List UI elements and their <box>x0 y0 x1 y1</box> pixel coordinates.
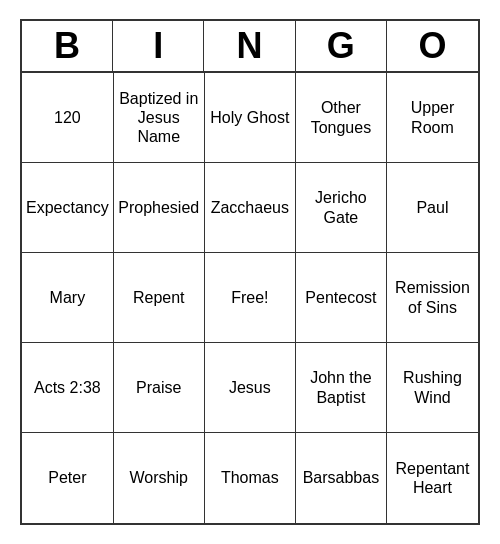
cell-text-12: Free! <box>231 288 268 307</box>
header-letter-b: B <box>22 21 113 71</box>
bingo-header: BINGO <box>22 21 478 73</box>
cell-text-10: Mary <box>50 288 86 307</box>
bingo-cell-11: Repent <box>114 253 205 343</box>
cell-text-3: Other Tongues <box>300 98 382 136</box>
bingo-cell-7: Zacchaeus <box>205 163 296 253</box>
bingo-cell-15: Acts 2:38 <box>22 343 114 433</box>
cell-text-21: Worship <box>130 468 188 487</box>
cell-text-15: Acts 2:38 <box>34 378 101 397</box>
bingo-cell-21: Worship <box>114 433 205 523</box>
header-letter-o: O <box>387 21 478 71</box>
cell-text-13: Pentecost <box>305 288 376 307</box>
bingo-cell-13: Pentecost <box>296 253 387 343</box>
cell-text-18: John the Baptist <box>300 368 382 406</box>
bingo-cell-10: Mary <box>22 253 114 343</box>
cell-text-1: Baptized in Jesus Name <box>118 89 200 147</box>
cell-text-17: Jesus <box>229 378 271 397</box>
bingo-cell-17: Jesus <box>205 343 296 433</box>
bingo-cell-20: Peter <box>22 433 114 523</box>
bingo-cell-22: Thomas <box>205 433 296 523</box>
bingo-cell-8: Jericho Gate <box>296 163 387 253</box>
bingo-cell-1: Baptized in Jesus Name <box>114 73 205 163</box>
cell-text-2: Holy Ghost <box>210 108 289 127</box>
bingo-cell-23: Barsabbas <box>296 433 387 523</box>
bingo-cell-12: Free! <box>205 253 296 343</box>
cell-text-4: Upper Room <box>391 98 474 136</box>
cell-text-24: Repentant Heart <box>391 459 474 497</box>
cell-text-23: Barsabbas <box>303 468 380 487</box>
bingo-cell-0: 120 <box>22 73 114 163</box>
header-letter-n: N <box>204 21 295 71</box>
bingo-cell-24: Repentant Heart <box>387 433 478 523</box>
cell-text-0: 120 <box>54 108 81 127</box>
bingo-cell-19: Rushing Wind <box>387 343 478 433</box>
bingo-cell-4: Upper Room <box>387 73 478 163</box>
bingo-card: BINGO 120Baptized in Jesus NameHoly Ghos… <box>20 19 480 525</box>
cell-text-9: Paul <box>416 198 448 217</box>
cell-text-16: Praise <box>136 378 181 397</box>
cell-text-6: Prophesied <box>118 198 199 217</box>
cell-text-7: Zacchaeus <box>211 198 289 217</box>
header-letter-g: G <box>296 21 387 71</box>
cell-text-8: Jericho Gate <box>300 188 382 226</box>
bingo-cell-6: Prophesied <box>114 163 205 253</box>
bingo-cell-18: John the Baptist <box>296 343 387 433</box>
cell-text-14: Remission of Sins <box>391 278 474 316</box>
bingo-cell-5: Expectancy <box>22 163 114 253</box>
bingo-cell-3: Other Tongues <box>296 73 387 163</box>
bingo-cell-2: Holy Ghost <box>205 73 296 163</box>
cell-text-19: Rushing Wind <box>391 368 474 406</box>
header-letter-i: I <box>113 21 204 71</box>
cell-text-5: Expectancy <box>26 198 109 217</box>
bingo-cell-9: Paul <box>387 163 478 253</box>
bingo-grid: 120Baptized in Jesus NameHoly GhostOther… <box>22 73 478 523</box>
bingo-cell-16: Praise <box>114 343 205 433</box>
cell-text-20: Peter <box>48 468 86 487</box>
cell-text-11: Repent <box>133 288 185 307</box>
cell-text-22: Thomas <box>221 468 279 487</box>
bingo-cell-14: Remission of Sins <box>387 253 478 343</box>
